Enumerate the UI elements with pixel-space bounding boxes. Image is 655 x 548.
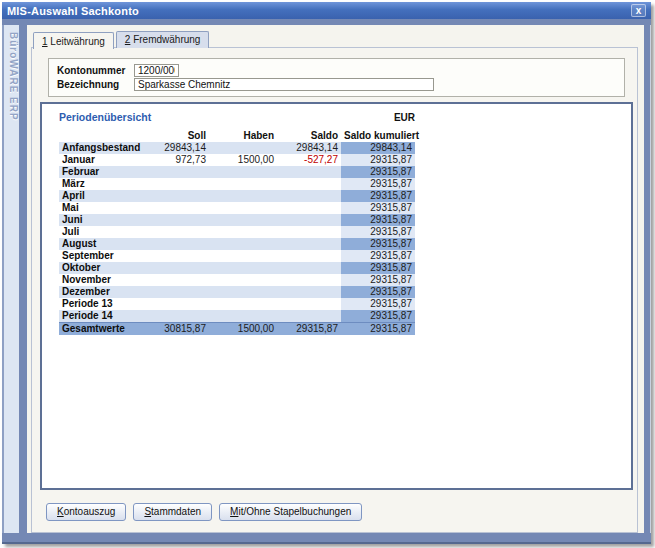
cell-period: November — [59, 274, 147, 286]
bezeichnung-input[interactable] — [134, 78, 434, 91]
column-header-haben: Haben — [209, 129, 277, 142]
cell-haben — [209, 166, 277, 178]
cell-saldo — [277, 298, 341, 310]
cell-saldo: -527,27 — [277, 154, 341, 166]
cell-soll — [147, 202, 209, 214]
cell-soll — [147, 238, 209, 250]
cell-saldo — [277, 190, 341, 202]
table-row-m-rz[interactable]: März29315,87 — [59, 178, 415, 190]
table-row-januar[interactable]: Januar972,731500,00-527,2729315,87 — [59, 154, 415, 166]
cell-haben — [209, 298, 277, 310]
cell-soll — [147, 274, 209, 286]
cell-saldo-kumuliert: 29315,87 — [341, 178, 415, 190]
total-saldo: 29315,87 — [277, 323, 341, 336]
cell-haben — [209, 214, 277, 226]
cell-haben — [209, 142, 277, 154]
table-row-april[interactable]: April29315,87 — [59, 190, 415, 202]
cell-soll — [147, 178, 209, 190]
tab-strip: 1 Leitwährung2 Fremdwährung — [31, 31, 638, 48]
cell-saldo-kumuliert: 29315,87 — [341, 250, 415, 262]
frame-right-band — [644, 25, 651, 533]
table-row-dezember[interactable]: Dezember29315,87 — [59, 286, 415, 298]
cell-soll — [147, 262, 209, 274]
table-row-anfangsbestand[interactable]: Anfangsbestand29843,1429843,1429843,14 — [59, 142, 415, 154]
table-row-periode-14[interactable]: Periode 1429315,87 — [59, 310, 415, 323]
cell-saldo — [277, 274, 341, 286]
bezeichnung-label: Bezeichnung — [57, 79, 134, 90]
cell-haben — [209, 310, 277, 323]
kontonummer-input[interactable] — [134, 64, 179, 77]
cell-saldo — [277, 286, 341, 298]
dialog-mis-auswahl-sachkonto: MIS-Auswahl Sachkonto x BüroWARE ERP 1 L… — [2, 2, 651, 544]
cell-haben — [209, 250, 277, 262]
table-row-november[interactable]: November29315,87 — [59, 274, 415, 286]
cell-saldo-kumuliert: 29315,87 — [341, 310, 415, 323]
cell-saldo: 29843,14 — [277, 142, 341, 154]
cell-soll — [147, 166, 209, 178]
cell-soll — [147, 286, 209, 298]
column-header-soll: Soll — [147, 129, 209, 142]
brand-vertical-label: BüroWARE ERP — [4, 32, 19, 121]
cell-soll — [147, 226, 209, 238]
table-row-periode-13[interactable]: Periode 1329315,87 — [59, 298, 415, 310]
cell-soll: 29843,14 — [147, 142, 209, 154]
action-button-row: KontoauszugStammdatenMit/Ohne Stapelbuch… — [46, 503, 637, 521]
cell-period: August — [59, 238, 147, 250]
cell-period: Juni — [59, 214, 147, 226]
cell-soll — [147, 250, 209, 262]
cell-haben — [209, 286, 277, 298]
title-bar[interactable]: MIS-Auswahl Sachkonto x — [2, 2, 651, 19]
cell-soll — [147, 298, 209, 310]
table-header-row: SollHabenSaldoSaldo kumuliert — [59, 129, 415, 142]
cell-saldo-kumuliert: 29315,87 — [341, 166, 415, 178]
column-header-saldo-kumuliert: Saldo kumuliert — [341, 129, 415, 142]
kontoauszug-button[interactable]: Kontoauszug — [46, 503, 126, 521]
total-soll: 30815,87 — [147, 323, 209, 336]
cell-soll: 972,73 — [147, 154, 209, 166]
cell-period: Juli — [59, 226, 147, 238]
table-row-august[interactable]: August29315,87 — [59, 238, 415, 250]
tab-page-leitwaehrung: Kontonummer Bezeichnung Periodenübersich… — [31, 47, 638, 533]
table-row-juni[interactable]: Juni29315,87 — [59, 214, 415, 226]
table-row-september[interactable]: September29315,87 — [59, 250, 415, 262]
left-brand-rail: BüroWARE ERP — [2, 25, 27, 533]
stammdaten-button[interactable]: Stammdaten — [133, 503, 212, 521]
cell-period: Dezember — [59, 286, 147, 298]
panel-title: Periodenübersicht — [59, 111, 151, 123]
cell-haben — [209, 226, 277, 238]
cell-saldo — [277, 310, 341, 323]
cell-saldo-kumuliert: 29315,87 — [341, 214, 415, 226]
cell-saldo-kumuliert: 29315,87 — [341, 154, 415, 166]
cell-saldo-kumuliert: 29315,87 — [341, 238, 415, 250]
cell-saldo — [277, 226, 341, 238]
cell-period: Februar — [59, 166, 147, 178]
tab-1-leitw-hrung[interactable]: 1 Leitwährung — [33, 32, 114, 49]
cell-haben — [209, 202, 277, 214]
cell-soll — [147, 190, 209, 202]
table-row-februar[interactable]: Februar29315,87 — [59, 166, 415, 178]
cell-period: April — [59, 190, 147, 202]
cell-period: Oktober — [59, 262, 147, 274]
table-row-oktober[interactable]: Oktober29315,87 — [59, 262, 415, 274]
column-header-saldo: Saldo — [277, 129, 341, 142]
cell-period: Januar — [59, 154, 147, 166]
tab-2-fremdw-hrung[interactable]: 2 Fremdwährung — [116, 31, 210, 48]
mit-ohne-stapelbuchungen-button[interactable]: Mit/Ohne Stapelbuchungen — [219, 503, 362, 521]
cell-saldo-kumuliert: 29315,87 — [341, 274, 415, 286]
total-saldo-kumuliert: 29315,87 — [341, 323, 415, 336]
cell-saldo-kumuliert: 29315,87 — [341, 262, 415, 274]
cell-haben: 1500,00 — [209, 154, 277, 166]
table-row-mai[interactable]: Mai29315,87 — [59, 202, 415, 214]
close-icon[interactable]: x — [631, 4, 646, 17]
total-label: Gesamtwerte — [59, 323, 147, 336]
cell-saldo-kumuliert: 29315,87 — [341, 226, 415, 238]
frame-bottom-band — [2, 533, 651, 544]
cell-haben — [209, 190, 277, 202]
period-table: SollHabenSaldoSaldo kumuliert Anfangsbes… — [59, 129, 415, 335]
table-total-row: Gesamtwerte30815,871500,0029315,8729315,… — [59, 323, 415, 336]
cell-haben — [209, 178, 277, 190]
cell-saldo — [277, 202, 341, 214]
cell-period: Anfangsbestand — [59, 142, 147, 154]
cell-saldo-kumuliert: 29315,87 — [341, 298, 415, 310]
table-row-juli[interactable]: Juli29315,87 — [59, 226, 415, 238]
